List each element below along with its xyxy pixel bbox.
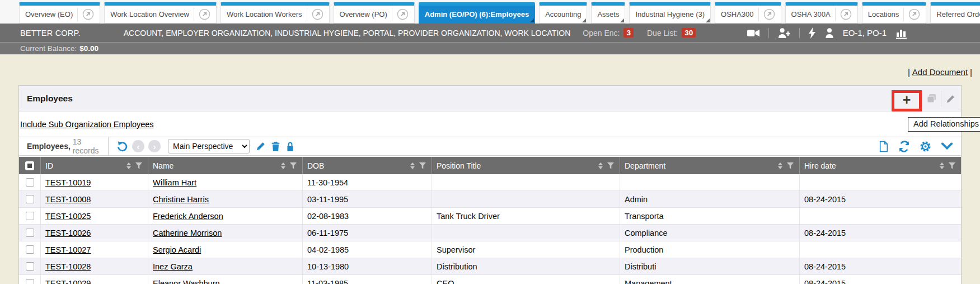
employee-name-link[interactable]: Frederick Anderson [153,212,223,221]
filter-icon[interactable] [289,162,297,170]
row-checkbox[interactable] [26,212,34,220]
undo-icon[interactable] [116,141,128,152]
perspective-select[interactable]: Main Perspective [168,139,250,153]
tab-label: Overview (EO) [25,10,73,18]
add-relationships-button[interactable]: + [892,90,922,111]
popout-icon[interactable] [903,8,920,21]
person-icon[interactable] [824,27,834,39]
filter-icon[interactable] [607,162,615,170]
video-camera-icon[interactable] [747,28,760,38]
tab-referred-orders[interactable]: Referred Orders [930,2,980,24]
user-scope-label: EO-1, PO-1 [843,28,887,38]
new-document-icon[interactable] [879,141,889,152]
tab-assets[interactable]: Assets [591,2,625,24]
tab-label: Referred Orders [936,10,980,18]
sort-icon[interactable] [281,162,285,169]
edit-perspective-icon[interactable] [256,141,266,151]
popout-icon[interactable] [77,8,94,21]
open-enc-badge[interactable]: 3 [623,28,634,38]
column-header-name[interactable]: Name [148,157,303,174]
refresh-icon[interactable] [898,141,910,152]
settings-gear-icon[interactable] [920,141,931,152]
table-row: TEST-10029 Eleanor Washburn 11-03-1985 C… [19,275,961,284]
balance-value: $0.00 [79,44,99,53]
employee-id-link[interactable]: TEST-10008 [45,195,91,204]
filter-icon[interactable] [786,162,794,170]
employee-name-link[interactable]: Catherine Morrison [153,229,222,238]
sort-icon[interactable] [778,162,782,169]
tab-overview-eo[interactable]: Overview (EO) [19,2,100,24]
column-header-department[interactable]: Department [620,157,800,174]
popout-icon[interactable] [392,8,409,21]
employee-name-link[interactable]: Eleanor Washburn [153,279,220,284]
tab-locations[interactable]: Locations [862,2,927,24]
employee-name-link[interactable]: William Hart [153,178,196,187]
row-checkbox[interactable] [26,279,34,284]
due-list-badge[interactable]: 30 [682,28,696,38]
column-header-position-title[interactable]: Position Title [432,157,620,174]
tab-osha300[interactable]: OSHA300 [715,2,781,24]
sort-icon[interactable] [598,162,603,169]
popout-icon[interactable] [194,8,210,21]
row-checkbox[interactable] [26,245,34,254]
row-checkbox[interactable] [26,195,34,203]
employee-id-link[interactable]: TEST-10026 [45,229,91,238]
hire-date-cell [800,208,961,224]
copy-button[interactable] [922,90,941,107]
delete-perspective-icon[interactable] [271,141,280,152]
tab-accounting[interactable]: Accounting [539,2,587,24]
column-header-hire-date[interactable]: Hire date [800,157,961,174]
prev-page-icon[interactable]: ‹ [132,140,144,152]
column-header-label: Name [153,161,281,170]
lock-icon[interactable] [285,141,295,152]
row-checkbox[interactable] [26,178,34,187]
employee-id-link[interactable]: TEST-10019 [45,178,91,187]
tab-admin-eo-po-6-employees[interactable]: Admin (EO/PO) (6):Employees [419,2,535,24]
employee-id-link[interactable]: TEST-10028 [45,262,91,271]
department-cell: Admin [620,191,800,207]
employees-panel: Employees + Add Relationships Include Su… [18,85,962,284]
next-page-icon[interactable]: › [148,140,161,152]
row-checkbox[interactable] [26,262,34,271]
tab-overview-po[interactable]: Overview (PO) [334,2,415,24]
tab-industrial-hygiene-3[interactable]: Industrial Hygiene (3) [629,2,711,24]
sort-icon[interactable] [410,162,415,169]
employee-id-link[interactable]: TEST-10027 [45,245,91,254]
include-sub-org-link[interactable]: Include Sub Organization Employees [20,120,154,129]
filter-icon[interactable] [419,162,426,170]
lightning-icon[interactable] [808,27,816,39]
tab-osha-300a[interactable]: OSHA 300A [785,2,858,24]
position-cell: Supervisor [432,241,620,258]
expand-chevron-icon[interactable] [941,142,953,151]
select-all-checkbox[interactable] [25,161,34,170]
department-cell: Production [620,241,800,258]
filter-icon[interactable] [135,162,143,170]
due-list-label: Due List: [647,29,678,38]
employee-id-link[interactable]: TEST-10029 [45,279,91,284]
employee-name-link[interactable]: Christine Harris [153,195,209,204]
row-checkbox[interactable] [26,229,34,237]
popout-icon[interactable] [835,8,852,21]
tab-label: Admin (EO/PO) (6):Employees [425,10,529,18]
popout-icon[interactable] [307,8,323,21]
edit-button[interactable] [941,90,960,107]
department-cell [620,174,800,190]
popout-icon[interactable] [758,8,775,21]
sort-icon[interactable] [940,162,944,169]
sort-icon[interactable] [126,162,131,169]
filter-icon[interactable] [948,162,956,170]
employee-name-link[interactable]: Sergio Acardi [153,245,201,254]
tab-label: OSHA 300A [791,10,831,18]
column-header-id[interactable]: ID [41,157,148,174]
tab-work-location-workers[interactable]: Work Location Workers [221,2,330,24]
tab-bar: Overview (EO) Work Location Overview Wor… [0,0,980,24]
employee-id-link[interactable]: TEST-10025 [45,212,91,221]
column-header-dob[interactable]: DOB [303,157,432,174]
tab-label: Industrial Hygiene (3) [635,10,705,18]
bar-chart-icon[interactable] [895,27,908,39]
employee-name-link[interactable]: Inez Garza [153,262,193,271]
person-add-icon[interactable] [777,27,791,39]
tab-work-location-overview[interactable]: Work Location Overview [104,2,217,24]
table-row: TEST-10026 Catherine Morrison 06-11-1975… [19,225,961,241]
add-document-link[interactable]: Add Document [912,67,968,77]
